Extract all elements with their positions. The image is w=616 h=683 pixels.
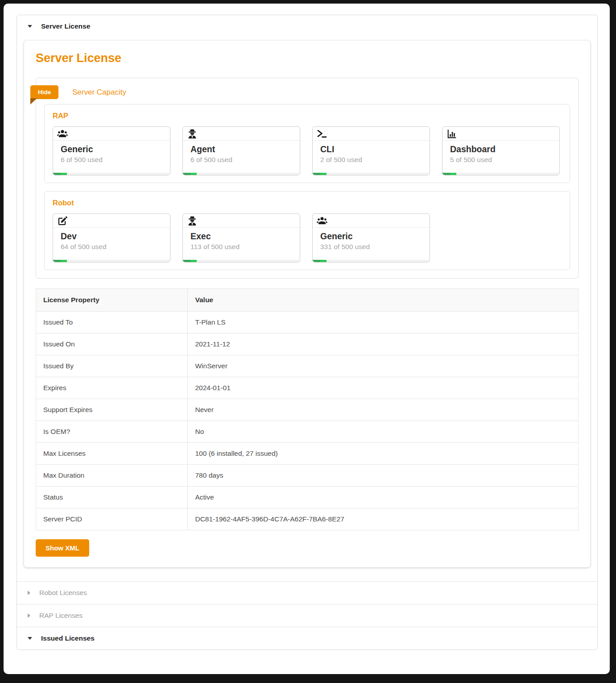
property-cell: Issued By <box>36 355 188 377</box>
caret-right-icon <box>28 591 30 595</box>
icon-strip <box>313 127 430 141</box>
icon-strip <box>442 127 559 141</box>
icon-strip <box>183 214 300 228</box>
accordion-header-rap-licenses[interactable]: RAP Licenses <box>17 604 597 627</box>
card-title: Exec <box>190 230 292 242</box>
progress-track <box>183 260 300 262</box>
value-cell: DC81-1962-4AF5-396D-4C7A-A62F-7BA6-8E27 <box>188 508 579 530</box>
progress-track <box>183 173 300 175</box>
table-row: Support Expires Never <box>36 399 579 421</box>
card-body: Generic 6 of 500 used <box>53 141 170 164</box>
value-cell: WinServer <box>188 355 579 377</box>
property-cell: Max Duration <box>36 465 188 487</box>
card-usage: 331 of 500 used <box>320 243 422 251</box>
capacity-card-robot-generic: Generic 331 of 500 used <box>312 213 430 262</box>
table-row: Issued By WinServer <box>36 355 579 377</box>
table-row: Max Licenses 100 (6 installed, 27 issued… <box>36 443 579 465</box>
property-cell: Max Licenses <box>36 443 188 465</box>
accordion-header-robot-licenses[interactable]: Robot Licenses <box>17 581 597 604</box>
icon-strip <box>53 127 170 141</box>
card-body: CLI 2 of 500 used <box>313 141 430 164</box>
property-cell: Support Expires <box>36 399 188 421</box>
table-row: Server PCID DC81-1962-4AF5-396D-4C7A-A62… <box>36 508 579 530</box>
table-row: Max Duration 780 days <box>36 465 579 487</box>
card-usage: 5 of 500 used <box>450 156 552 164</box>
accordion-header-server-license[interactable]: Server License <box>17 15 597 37</box>
progress-track <box>313 173 430 175</box>
card-body: Dashboard 5 of 500 used <box>442 141 559 164</box>
icon-strip <box>183 127 300 141</box>
progress-fill <box>183 173 197 175</box>
card-title: CLI <box>320 143 422 155</box>
property-cell: Issued On <box>36 333 188 355</box>
value-cell: 100 (6 installed, 27 issued) <box>188 443 579 465</box>
ribbon-tail <box>30 98 37 104</box>
card-title: Dashboard <box>450 143 552 155</box>
show-xml-button[interactable]: Show XML <box>36 539 89 557</box>
card-body: Generic 331 of 500 used <box>313 228 430 251</box>
cards-row: Generic 6 of 500 used <box>53 126 562 175</box>
table-row: Expires 2024-01-01 <box>36 377 579 399</box>
table-row: Status Active <box>36 487 579 508</box>
property-cell: Status <box>36 487 188 508</box>
value-cell: 780 days <box>188 465 579 487</box>
page-title: Server License <box>36 51 579 65</box>
card-usage: 64 of 500 used <box>61 243 162 251</box>
icon-strip <box>53 214 170 228</box>
card-usage: 6 of 500 used <box>190 156 292 164</box>
capacity-card-robot-exec: Exec 113 of 500 used <box>182 213 300 262</box>
value-cell: Active <box>188 487 579 508</box>
progress-track <box>313 260 430 262</box>
license-property-table: License Property Value Issued To T-Plan … <box>36 288 579 530</box>
table-row: Issued To T-Plan LS <box>36 312 579 333</box>
value-cell: T-Plan LS <box>188 312 579 333</box>
accordion-header-label: Server License <box>41 22 90 30</box>
column-header-value: Value <box>188 289 579 312</box>
cards-row: Dev 64 of 500 used <box>53 213 562 262</box>
capacity-group-robot: Robot <box>44 191 570 270</box>
card-usage: 6 of 500 used <box>61 156 162 164</box>
server-capacity-title: Server Capacity <box>72 88 126 97</box>
progress-fill <box>313 260 327 262</box>
table-row: Issued On 2021-11-12 <box>36 333 579 355</box>
property-cell: Expires <box>36 377 188 399</box>
property-cell: Server PCID <box>36 508 188 530</box>
card-usage: 2 of 500 used <box>320 156 422 164</box>
server-license-card: Server License Hide Server Capacity RAP <box>24 41 590 567</box>
accordion-header-label: Issued Licenses <box>41 634 95 642</box>
card-title: Dev <box>61 230 162 242</box>
progress-track <box>442 173 559 175</box>
hide-button[interactable]: Hide <box>30 85 58 99</box>
group-title: RAP <box>53 112 562 120</box>
capacity-card-rap-dashboard: Dashboard 5 of 500 used <box>442 126 560 175</box>
card-title: Agent <box>190 143 292 155</box>
chart-icon <box>446 129 457 139</box>
accordion-header-label: RAP Licenses <box>39 612 83 620</box>
card-usage: 113 of 500 used <box>190 243 292 251</box>
progress-fill <box>53 173 67 175</box>
progress-track <box>53 173 170 175</box>
capacity-card-rap-generic: Generic 6 of 500 used <box>53 126 170 175</box>
page: Server License Server License Hide Serve… <box>4 4 610 674</box>
accordion-header-label: Robot Licenses <box>39 589 87 597</box>
card-body: Dev 64 of 500 used <box>53 228 170 251</box>
property-cell: Issued To <box>36 312 188 333</box>
column-header-license-property: License Property <box>36 289 188 312</box>
caret-down-icon <box>28 25 32 28</box>
value-cell: 2021-11-12 <box>188 333 579 355</box>
capacity-card-rap-agent: Agent 6 of 500 used <box>182 126 300 175</box>
license-accordion: Server License Server License Hide Serve… <box>17 15 598 650</box>
progress-fill <box>442 173 456 175</box>
progress-track <box>53 260 170 262</box>
value-cell: No <box>188 421 579 443</box>
capacity-group-rap: RAP <box>44 104 570 183</box>
icon-strip <box>313 214 430 228</box>
progress-fill <box>313 173 327 175</box>
progress-fill <box>53 260 67 262</box>
caret-right-icon <box>28 613 30 618</box>
caret-down-icon <box>28 637 32 640</box>
table-row: Is OEM? No <box>36 421 579 443</box>
card-body: Agent 6 of 500 used <box>183 141 300 164</box>
progress-fill <box>183 260 197 262</box>
accordion-header-issued-licenses[interactable]: Issued Licenses <box>17 627 597 650</box>
